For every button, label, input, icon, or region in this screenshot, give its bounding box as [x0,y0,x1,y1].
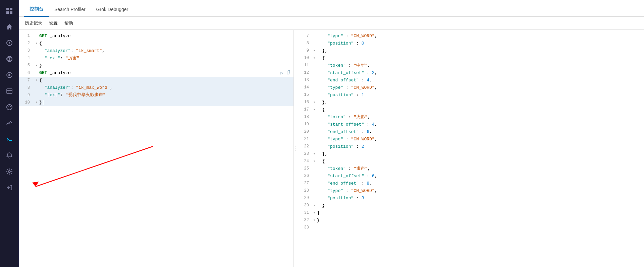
right-content-19: "start_offset" : 4, [317,121,644,128]
right-line-29: 29 "position" : 3 [297,195,644,202]
right-line-28: 28 "type" : "CN_WORD", [297,187,644,195]
code-line-1: 1 GET _analyze [19,32,293,40]
copy-icon[interactable] [286,69,291,77]
right-fold-31[interactable]: ▾ [312,210,317,216]
right-fold-32[interactable]: ▾ [312,218,317,223]
right-content-28: "type" : "CN_WORD", [317,188,644,195]
right-fold-23[interactable]: ▾ [312,151,317,157]
code-line-3: 3 "analyzer": "ik_smart", [19,47,293,55]
sidebar-icon-alerts[interactable] [3,149,16,162]
right-num-11: 11 [297,62,312,69]
right-num-9: 9 [297,48,312,54]
right-line-27: 27 "end_offset" : 8, [297,180,644,187]
sidebar-icon-canvas[interactable] [3,84,16,98]
toolbar: 历史记录 设置 帮助 [19,17,644,30]
right-content-18: "token" : "火影", [317,114,644,121]
right-fold-10[interactable]: ▾ [312,56,317,61]
svg-point-5 [9,42,10,44]
right-line-21: 21 "type" : "CN_WORD", [297,136,644,143]
tab-grok-debugger[interactable]: Grok Debugger [91,3,134,17]
toolbar-history[interactable]: 历史记录 [24,19,43,27]
right-fold-24[interactable]: ▾ [312,159,317,164]
right-line-19: 19 "start_offset" : 4, [297,121,644,128]
line-num-2: 2 [19,40,34,47]
svg-rect-11 [7,89,12,93]
right-num-28: 28 [297,188,312,194]
sidebar-icon-ml[interactable] [3,101,16,114]
right-num-31: 31 [297,210,312,216]
fold-5[interactable]: ▾ [34,63,39,68]
fold-2[interactable]: ▾ [34,41,39,46]
sidebar-icon-settings[interactable] [3,165,16,178]
right-num-12: 12 [297,70,312,76]
right-line-11: 11 "token" : "中华", [297,62,644,69]
sidebar-icon-logout[interactable] [3,181,16,194]
toolbar-settings[interactable]: 设置 [48,19,58,27]
right-line-31: 31 ▾ ] [297,209,644,217]
fold-10[interactable]: ▾ [34,100,39,105]
right-fold-16[interactable]: ▾ [312,100,317,105]
toolbar-help[interactable]: 帮助 [64,19,74,27]
code-line-7: 7 ▾ { [19,77,293,84]
run-icon[interactable]: ▷ [281,69,283,77]
sidebar-icon-home[interactable] [3,20,16,34]
code-content-1: GET _analyze [39,33,291,40]
left-panel: 1 GET _analyze 2 ▾ { 3 "analyzer": "ik_s… [19,30,294,267]
tab-search-profiler[interactable]: Search Profiler [49,3,91,17]
right-num-8: 8 [297,40,312,47]
sidebar-icon-dashboard[interactable] [3,68,16,82]
right-line-26: 26 "start_offset" : 6, [297,173,644,180]
line-num-3: 3 [19,48,34,54]
sidebar-icon-visualize[interactable] [3,52,16,66]
right-line-10: 10 ▾ { [297,55,644,62]
svg-rect-2 [6,11,9,14]
right-panel[interactable]: 7 "type" : "CN_WORD", 8 "position" : 0 9… [297,30,644,267]
right-fold-30[interactable]: ▾ [312,203,317,208]
right-num-27: 27 [297,180,312,187]
right-fold-9[interactable]: ▾ [312,48,317,54]
svg-rect-0 [6,8,9,10]
main-content: 控制台 Search Profiler Grok Debugger 历史记录 设… [19,0,644,267]
code-line-10: 10 ▾ }│ [19,99,293,106]
right-line-7: 7 "type" : "CN_WORD", [297,32,644,40]
sidebar-icon-devtools[interactable] [3,133,16,146]
right-line-16: 16 ▾ }, [297,99,644,106]
line-num-10: 10 [19,99,34,106]
code-line-8: 8 "analyzer": "ik_max_word", [19,84,293,91]
right-num-30: 30 [297,202,312,209]
right-num-16: 16 [297,99,312,106]
right-num-15: 15 [297,92,312,98]
sidebar-icon-monitoring[interactable] [3,117,16,130]
svg-rect-3 [10,11,12,14]
line-6-actions: ▷ [281,69,291,77]
right-line-13: 13 "end_offset" : 4, [297,77,644,84]
right-num-19: 19 [297,121,312,128]
right-line-23: 23 ▾ }, [297,150,644,158]
code-editor[interactable]: 1 GET _analyze 2 ▾ { 3 "analyzer": "ik_s… [19,30,293,267]
line-num-7: 7 [19,77,34,84]
tab-console[interactable]: 控制台 [24,2,49,17]
line-num-4: 4 [19,55,34,61]
right-num-18: 18 [297,114,312,120]
sidebar-icon-grid[interactable] [3,4,16,17]
right-content-31: ] [317,210,644,217]
right-line-20: 20 "end_offset" : 6, [297,128,644,136]
right-content-14: "type" : "CN_WORD", [317,84,644,91]
right-num-24: 24 [297,158,312,164]
right-line-8: 8 "position" : 0 [297,40,644,47]
right-line-15: 15 "position" : 1 [297,91,644,99]
code-line-5: 5 ▾ } [19,62,293,69]
right-line-12: 12 "start_offset" : 2, [297,69,644,77]
right-line-33: 33 [297,224,644,231]
sidebar-icon-discover[interactable] [3,36,16,50]
panel-resizer[interactable]: ⋮ [294,30,297,267]
code-content-4: "text": "厉害" [39,55,291,62]
right-fold-17[interactable]: ▾ [312,107,317,113]
right-content-22: "position" : 2 [317,143,644,150]
right-num-26: 26 [297,173,312,179]
fold-7[interactable]: ▾ [34,78,39,83]
line-num-1: 1 [19,33,34,39]
sidebar [0,0,19,267]
right-num-14: 14 [297,84,312,91]
right-content-13: "end_offset" : 4, [317,77,644,84]
